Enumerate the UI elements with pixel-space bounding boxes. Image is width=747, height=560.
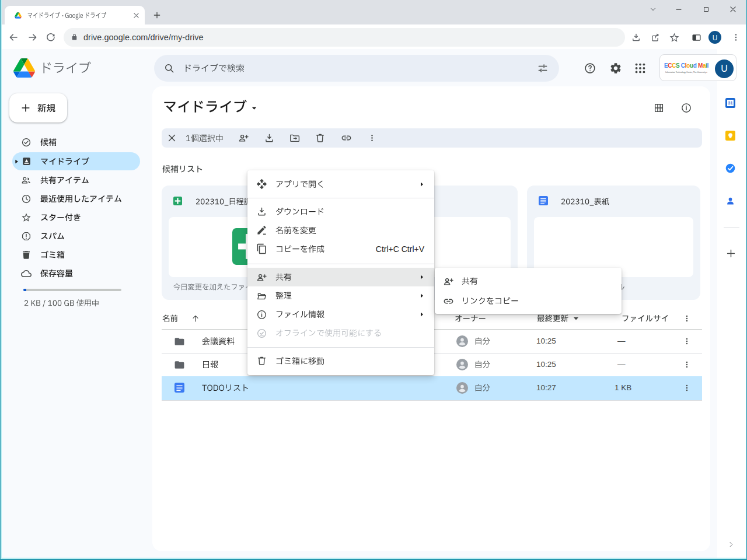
svg-text:31: 31 (728, 100, 732, 106)
